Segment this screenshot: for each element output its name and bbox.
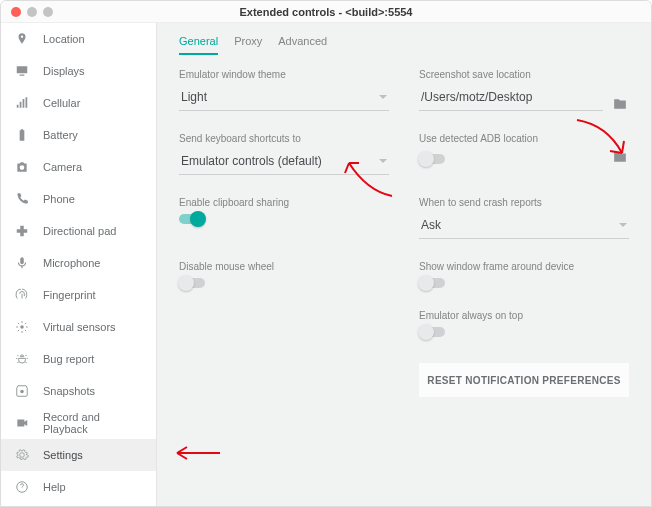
dpad-icon xyxy=(15,224,29,238)
window-title: Extended controls - <build>:5554 xyxy=(1,6,651,18)
sidebar-item-battery[interactable]: Battery xyxy=(1,119,156,151)
record-icon xyxy=(15,416,29,430)
sidebar-item-label: Phone xyxy=(43,193,75,205)
sidebar-item-label: Camera xyxy=(43,161,82,173)
sidebar-item-directional-pad[interactable]: Directional pad xyxy=(1,215,156,247)
clipboard-toggle[interactable] xyxy=(179,214,205,224)
svg-point-0 xyxy=(20,325,24,329)
reset-wrap: RESET NOTIFICATION PREFERENCES xyxy=(419,363,629,397)
snapshot-icon xyxy=(15,384,29,398)
annotation-arrow xyxy=(165,438,225,468)
field-screenshot-location: Screenshot save location /Users/motz/Des… xyxy=(419,69,629,111)
select-value: Ask xyxy=(421,218,441,232)
field-emulator-theme: Emulator window theme Light xyxy=(179,69,389,111)
sidebar-item-virtual-sensors[interactable]: Virtual sensors xyxy=(1,311,156,343)
field-adb-location: Use detected ADB location xyxy=(419,133,629,175)
sidebar-item-label: Location xyxy=(43,33,85,45)
sidebar-item-label: Microphone xyxy=(43,257,100,269)
sidebar-item-record-and-playback[interactable]: Record and Playback xyxy=(1,407,156,439)
sidebar-item-phone[interactable]: Phone xyxy=(1,183,156,215)
titlebar: Extended controls - <build>:5554 xyxy=(1,1,651,23)
sidebar-item-label: Fingerprint xyxy=(43,289,96,301)
spacer xyxy=(179,359,389,397)
settings-grid: Emulator window theme Light Screenshot s… xyxy=(179,69,629,397)
adb-toggle[interactable] xyxy=(419,154,445,164)
sidebar-item-label: Displays xyxy=(43,65,85,77)
screenshot-path-input[interactable]: /Users/motz/Desktop xyxy=(419,86,603,111)
svg-point-1 xyxy=(20,390,24,394)
sidebar-item-label: Directional pad xyxy=(43,225,116,237)
sidebar-item-label: Help xyxy=(43,481,66,493)
tab-general[interactable]: General xyxy=(179,35,218,55)
field-window-frame: Show window frame around device xyxy=(419,261,629,288)
cellular-icon xyxy=(15,96,29,110)
crash-select[interactable]: Ask xyxy=(419,214,629,239)
tab-advanced[interactable]: Advanced xyxy=(278,35,327,55)
sidebar-item-snapshots[interactable]: Snapshots xyxy=(1,375,156,407)
sidebar-item-location[interactable]: Location xyxy=(1,23,156,55)
sidebar-item-label: Cellular xyxy=(43,97,80,109)
input-value: /Users/motz/Desktop xyxy=(421,90,532,104)
reset-notification-preferences-button[interactable]: RESET NOTIFICATION PREFERENCES xyxy=(419,363,629,397)
field-label: Screenshot save location xyxy=(419,69,629,80)
field-label: Enable clipboard sharing xyxy=(179,197,389,208)
help-icon xyxy=(15,480,29,494)
field-label: Send keyboard shortcuts to xyxy=(179,133,389,144)
tab-proxy[interactable]: Proxy xyxy=(234,35,262,55)
sidebar-item-label: Virtual sensors xyxy=(43,321,116,333)
phone-icon xyxy=(15,192,29,206)
sidebar-item-settings[interactable]: Settings xyxy=(1,439,156,471)
tabs: GeneralProxyAdvanced xyxy=(179,35,629,55)
sidebar-item-label: Record and Playback xyxy=(43,411,142,435)
always-on-top-toggle[interactable] xyxy=(419,327,445,337)
window-body: LocationDisplaysCellularBatteryCameraPho… xyxy=(1,23,651,506)
field-label: When to send crash reports xyxy=(419,197,629,208)
field-always-on-top: Emulator always on top xyxy=(419,310,629,337)
field-mouse-wheel: Disable mouse wheel xyxy=(179,261,389,288)
field-label: Emulator window theme xyxy=(179,69,389,80)
fingerprint-icon xyxy=(15,288,29,302)
shortcuts-select[interactable]: Emulator controls (default) xyxy=(179,150,389,175)
sidebar: LocationDisplaysCellularBatteryCameraPho… xyxy=(1,23,157,506)
bug-icon xyxy=(15,352,29,366)
sidebar-item-label: Bug report xyxy=(43,353,94,365)
select-value: Emulator controls (default) xyxy=(181,154,322,168)
sidebar-item-microphone[interactable]: Microphone xyxy=(1,247,156,279)
folder-icon[interactable] xyxy=(611,97,629,111)
sidebar-item-help[interactable]: Help xyxy=(1,471,156,503)
displays-icon xyxy=(15,64,29,78)
extended-controls-window: Extended controls - <build>:5554 Locatio… xyxy=(0,0,652,507)
sidebar-item-camera[interactable]: Camera xyxy=(1,151,156,183)
sidebar-item-label: Snapshots xyxy=(43,385,95,397)
battery-icon xyxy=(15,128,29,142)
sidebar-item-label: Battery xyxy=(43,129,78,141)
sensors-icon xyxy=(15,320,29,334)
field-label: Disable mouse wheel xyxy=(179,261,389,272)
window-frame-toggle[interactable] xyxy=(419,278,445,288)
sidebar-item-fingerprint[interactable]: Fingerprint xyxy=(1,279,156,311)
mouse-wheel-toggle[interactable] xyxy=(179,278,205,288)
sidebar-item-bug-report[interactable]: Bug report xyxy=(1,343,156,375)
settings-icon xyxy=(15,448,29,462)
chevron-down-icon xyxy=(379,159,387,163)
field-label: Show window frame around device xyxy=(419,261,629,272)
sidebar-item-cellular[interactable]: Cellular xyxy=(1,87,156,119)
sidebar-item-label: Settings xyxy=(43,449,83,461)
camera-icon xyxy=(15,160,29,174)
sidebar-item-displays[interactable]: Displays xyxy=(1,55,156,87)
field-label: Emulator always on top xyxy=(419,310,629,321)
mic-icon xyxy=(15,256,29,270)
settings-panel: GeneralProxyAdvanced Emulator window the… xyxy=(157,23,651,506)
spacer xyxy=(179,310,389,337)
select-value: Light xyxy=(181,90,207,104)
field-label: Use detected ADB location xyxy=(419,133,629,144)
folder-icon[interactable] xyxy=(611,150,629,164)
chevron-down-icon xyxy=(379,95,387,99)
field-crash-reports: When to send crash reports Ask xyxy=(419,197,629,239)
location-icon xyxy=(15,32,29,46)
theme-select[interactable]: Light xyxy=(179,86,389,111)
field-clipboard-sharing: Enable clipboard sharing xyxy=(179,197,389,239)
chevron-down-icon xyxy=(619,223,627,227)
field-keyboard-shortcuts: Send keyboard shortcuts to Emulator cont… xyxy=(179,133,389,175)
